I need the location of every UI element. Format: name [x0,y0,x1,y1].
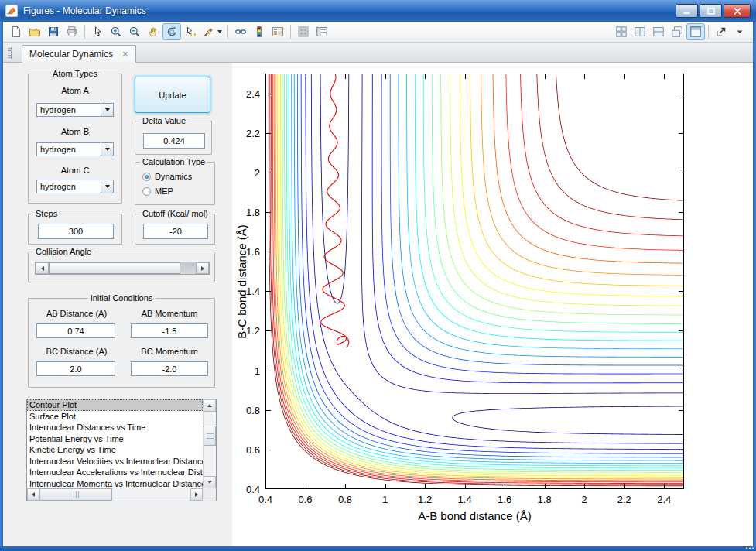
window-resize-edge-bottom[interactable] [0,546,756,551]
bc-distance-input[interactable] [36,361,115,376]
data-cursor-button[interactable] [181,23,200,40]
zoom-out-button[interactable] [125,23,144,40]
list-item[interactable]: Internuclear Velocities vs Internuclear … [27,456,203,467]
chevron-down-icon[interactable] [101,180,113,193]
atom-a-dropdown[interactable]: hydrogen [36,103,114,117]
slider-right-arrow[interactable] [196,262,209,274]
window-resize-edge-right[interactable] [753,22,756,551]
radio-dynamics[interactable]: Dynamics [142,172,192,181]
scroll-right-button[interactable] [190,488,203,501]
atom-a-label: Atom A [29,86,121,95]
update-button[interactable]: Update [135,77,210,113]
pan-button[interactable] [144,23,162,40]
insert-legend-button[interactable] [269,23,287,40]
undock-button[interactable] [712,23,730,40]
atom-b-dropdown[interactable]: hydrogen [36,142,114,156]
tile-rows-icon [652,26,665,38]
list-item[interactable]: Surface Plot [27,411,203,423]
slider-thumb[interactable] [49,262,180,274]
open-file-button[interactable] [26,23,44,40]
tile-rows-button[interactable] [649,23,668,40]
slider-track[interactable] [180,262,196,274]
figure-palette-button[interactable] [294,23,313,40]
insert-colorbar-button[interactable] [250,23,269,40]
edit-plot-icon [91,26,104,38]
close-icon [734,8,741,15]
new-figure-button[interactable] [7,23,26,40]
tab-label: Molecular Dynamics [29,49,113,60]
scroll-up-button[interactable] [204,399,216,412]
list-item[interactable]: Internuclear Distances vs Time [27,422,203,433]
tab-molecular-dynamics[interactable]: Molecular Dynamics × [22,45,136,63]
maximize-button[interactable] [700,4,722,18]
tile-columns-icon [634,26,646,38]
chevron-down-icon[interactable] [101,143,113,156]
vertical-scroll-thumb[interactable] [204,426,216,446]
minimize-button[interactable] [676,4,698,18]
x-tick-label: 2.4 [657,494,671,505]
slider-left-arrow[interactable] [36,262,49,274]
contour-plot-canvas[interactable] [265,74,684,489]
print-figure-button[interactable] [63,23,81,40]
tab-close-button[interactable]: × [122,50,128,58]
window-resize-edge-left[interactable] [0,22,3,551]
plot-browser-button[interactable] [313,23,331,40]
tile-grid-icon [615,26,628,38]
cutoff-input[interactable] [143,224,208,239]
delta-value-input[interactable] [143,133,205,149]
y-tick-label: 1.6 [246,246,260,258]
minimize-icon [683,8,690,15]
new-figure-icon [10,26,22,38]
brush-button[interactable] [200,23,224,40]
dropdown-caret-icon[interactable] [217,30,222,33]
zoom-in-button[interactable] [107,23,125,40]
ab-momentum-input[interactable] [131,323,208,338]
bc-distance-label: BC Distance (A) [32,347,121,356]
bc-momentum-input[interactable] [131,361,208,376]
scroll-down-button[interactable] [204,476,216,488]
toolbar-grip[interactable] [8,47,12,59]
save-figure-button[interactable] [44,23,63,40]
title-bar[interactable]: Figures - Molecular Dynamics [0,0,756,22]
maximize-tab-button[interactable] [686,23,705,40]
insert-legend-icon [272,26,284,38]
delta-value-title: Delta Value [140,116,188,126]
tile-columns-button[interactable] [631,23,649,40]
x-tick-label: 2.2 [617,494,631,505]
radio-mep[interactable]: MEP [142,187,173,196]
app-window: Figures - Molecular Dynamics Molecular D… [0,0,756,551]
horizontal-scrollbar[interactable] [27,488,203,501]
save-figure-icon [47,26,60,38]
x-tick-label: 1.2 [418,494,432,505]
toolbar-separator [227,25,228,39]
x-tick-label: 0.8 [338,494,352,505]
resize-grip[interactable] [745,546,754,550]
close-button[interactable] [724,4,751,18]
scroll-left-button[interactable] [27,488,39,501]
horizontal-scroll-thumb[interactable] [39,488,112,501]
list-item[interactable]: Internuclear Momenta vs Internuclear Dis… [27,478,203,488]
matlab-figure-icon [5,5,18,17]
toolbar-separator [708,25,709,39]
edit-plot-button[interactable] [88,23,107,40]
chevron-down-icon[interactable] [101,104,113,116]
collision-angle-slider[interactable] [35,262,210,275]
toolbar-options-button[interactable] [730,23,749,40]
steps-input[interactable] [38,224,114,239]
atom-a-value: hydrogen [37,104,101,116]
list-item[interactable]: Kinetic Energy vs Time [27,444,203,456]
toolbar-options-icon [734,26,746,38]
ab-distance-input[interactable] [36,323,115,338]
y-tick-label: 0.6 [246,443,260,455]
radio-mep-label: MEP [155,187,173,196]
x-tick-label: 2 [582,494,587,505]
list-item[interactable]: Contour Plot [27,399,203,411]
tile-grid-button[interactable] [612,23,631,40]
vertical-scrollbar[interactable] [203,399,216,488]
list-item[interactable]: Internuclear Accelerations vs Internucle… [27,467,203,478]
atom-c-dropdown[interactable]: hydrogen [36,180,114,193]
list-item[interactable]: Potential Energy vs Time [27,433,203,445]
link-plot-button[interactable] [231,23,250,40]
float-windows-button[interactable] [668,23,686,40]
rotate-3d-button[interactable] [162,23,181,40]
